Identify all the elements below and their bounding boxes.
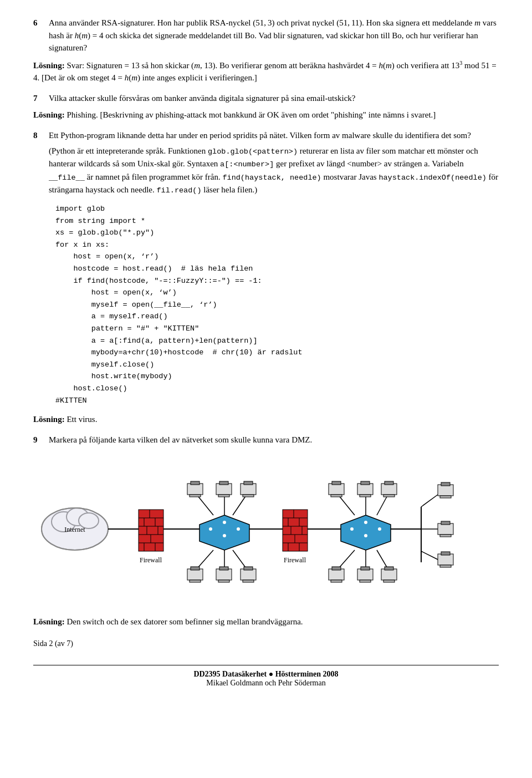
svg-rect-98 xyxy=(438,485,453,496)
svg-point-22 xyxy=(223,521,226,524)
svg-rect-36 xyxy=(243,495,254,497)
svg-rect-30 xyxy=(190,495,201,497)
question-6-line: 6 Anna använder RSA-signaturer. Hon har … xyxy=(33,17,499,54)
q9-solution-label: Lösning: xyxy=(33,617,65,626)
svg-rect-105 xyxy=(441,552,450,555)
q6-solution-text: Svar: Signaturen = 13 så hon skickar (m,… xyxy=(33,61,497,83)
svg-rect-104 xyxy=(438,554,453,565)
svg-line-97 xyxy=(421,551,438,560)
q8-preamble: (Python är ett intepreterande språk. Fun… xyxy=(49,145,499,196)
svg-rect-44 xyxy=(219,567,228,570)
svg-rect-84 xyxy=(329,569,344,580)
svg-rect-90 xyxy=(381,569,397,580)
q8-number: 8 xyxy=(33,129,43,142)
svg-rect-77 xyxy=(360,495,371,497)
q9-number: 9 xyxy=(33,434,43,446)
svg-point-24 xyxy=(223,534,226,537)
q6-solution-label: Lösning: xyxy=(33,61,65,70)
question-7: 7 Vilka attacker skulle försvåras om ban… xyxy=(33,92,499,121)
question-9: 9 Markera på följande karta vilken del a… xyxy=(33,434,499,628)
svg-rect-86 xyxy=(331,580,342,582)
svg-rect-42 xyxy=(190,580,201,582)
svg-rect-28 xyxy=(187,484,203,495)
question-8: 8 Ett Python-program liknande detta har … xyxy=(33,129,499,426)
footer-divider xyxy=(33,665,499,665)
q7-solution-text: Phishing. [Beskrivning av phishing-attac… xyxy=(66,110,436,119)
network-svg: Internet Firewall xyxy=(33,451,510,607)
footer-line2: Mikael Goldmann och Pehr Söderman xyxy=(33,679,499,688)
svg-rect-29 xyxy=(191,481,200,485)
svg-rect-45 xyxy=(218,580,229,582)
svg-rect-72 xyxy=(329,484,344,495)
firewall2-label: Firewall xyxy=(284,556,306,564)
svg-rect-88 xyxy=(361,567,370,570)
svg-rect-35 xyxy=(244,481,253,485)
page-number: Sida 2 (av 7) xyxy=(33,639,499,648)
question-8-line: 8 Ett Python-program liknande detta har … xyxy=(33,129,499,142)
svg-rect-91 xyxy=(385,567,393,570)
svg-line-25 xyxy=(197,495,213,515)
svg-rect-31 xyxy=(216,484,232,495)
page-content: 6 Anna använder RSA-signaturer. Hon har … xyxy=(33,17,499,688)
svg-rect-75 xyxy=(357,484,373,495)
svg-rect-92 xyxy=(383,580,395,582)
q6-solution: Lösning: Svar: Signaturen = 13 så hon sk… xyxy=(33,59,499,84)
q6-text: Anna använder RSA-signaturer. Hon har pu… xyxy=(49,17,499,54)
q7-solution-label: Lösning: xyxy=(33,110,65,119)
svg-rect-47 xyxy=(244,567,253,570)
svg-marker-64 xyxy=(341,515,391,550)
svg-marker-20 xyxy=(200,515,249,550)
svg-rect-41 xyxy=(191,567,200,570)
q8-solution: Lösning: Ett virus. xyxy=(33,413,499,426)
svg-rect-34 xyxy=(241,484,256,495)
svg-rect-33 xyxy=(218,495,229,497)
svg-rect-85 xyxy=(332,567,341,570)
q6-number: 6 xyxy=(33,17,43,54)
q8-solution-text: Ett virus. xyxy=(66,415,97,424)
svg-rect-6 xyxy=(139,510,163,551)
q8-code: import glob from string import * xs = gl… xyxy=(55,203,499,406)
svg-rect-73 xyxy=(332,481,341,485)
svg-rect-74 xyxy=(331,495,342,497)
svg-rect-79 xyxy=(385,481,393,485)
question-7-line: 7 Vilka attacker skulle försvåras om ban… xyxy=(33,92,499,105)
svg-rect-100 xyxy=(440,496,451,498)
svg-rect-102 xyxy=(441,521,450,525)
q7-solution: Lösning: Phishing. [Beskrivning av phish… xyxy=(33,109,499,121)
svg-line-83 xyxy=(377,550,388,569)
svg-rect-101 xyxy=(438,523,453,535)
svg-rect-48 xyxy=(243,580,254,582)
q9-solution-text: Den switch och de sex datorer som befinn… xyxy=(66,617,303,626)
svg-line-95 xyxy=(421,495,438,507)
svg-point-66 xyxy=(364,521,367,524)
svg-rect-50 xyxy=(283,510,308,551)
svg-rect-40 xyxy=(187,569,203,580)
svg-point-21 xyxy=(209,527,212,531)
svg-rect-43 xyxy=(216,569,232,580)
svg-line-39 xyxy=(233,550,247,569)
q8-text: Ett Python-program liknande detta har un… xyxy=(49,129,499,142)
svg-line-37 xyxy=(197,550,213,569)
svg-rect-99 xyxy=(441,482,450,486)
svg-rect-78 xyxy=(381,484,397,495)
svg-rect-80 xyxy=(383,495,395,497)
firewall1-label: Firewall xyxy=(140,556,162,564)
q9-solution: Lösning: Den switch och de sex datorer s… xyxy=(33,616,499,628)
svg-line-71 xyxy=(377,495,388,515)
svg-point-65 xyxy=(350,527,354,531)
q7-number: 7 xyxy=(33,92,43,105)
svg-point-68 xyxy=(364,534,367,537)
svg-rect-87 xyxy=(357,569,373,580)
svg-line-26 xyxy=(233,495,247,515)
svg-point-23 xyxy=(237,527,240,531)
svg-rect-106 xyxy=(440,565,451,567)
svg-rect-103 xyxy=(440,535,451,537)
q9-text: Markera på följande karta vilken del av … xyxy=(49,434,499,446)
footer-line1: DD2395 Datasäkerhet ● Höstterminen 2008 xyxy=(33,670,499,679)
svg-point-67 xyxy=(378,527,381,531)
internet-label: Internet xyxy=(64,526,85,533)
q7-text: Vilka attacker skulle försvåras om banke… xyxy=(49,92,499,105)
svg-line-69 xyxy=(338,495,355,515)
question-9-line: 9 Markera på följande karta vilken del a… xyxy=(33,434,499,446)
svg-rect-89 xyxy=(360,580,371,582)
